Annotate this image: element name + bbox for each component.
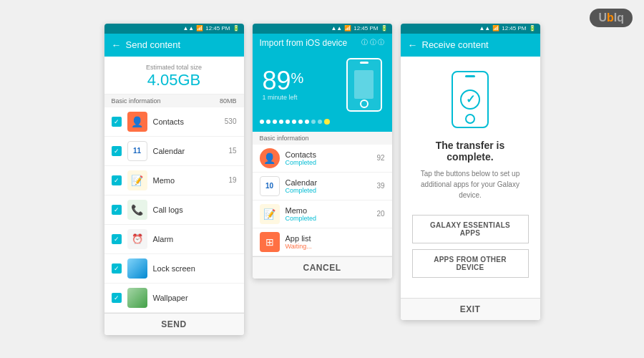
logo-text: UbIq [598, 11, 624, 24]
battery-icon-1: 🔋 [233, 25, 240, 32]
list-item-calllogs[interactable]: ✓ 📞 Call logs [104, 195, 244, 225]
import-info-applist: App list Waiting... [286, 234, 379, 250]
import-num-calendar: 39 [376, 182, 384, 190]
import-icon-applist: ⊞ [260, 232, 280, 252]
import-name-calendar: Calendar [286, 178, 371, 187]
battery-icon-2: 🔋 [381, 25, 388, 32]
import-item-memo: 📝 Memo Completed 20 [253, 200, 392, 228]
send-screen: ▲▲ 📶 12:45 PM 🔋 ← Send content Estimated… [104, 24, 244, 335]
send-button[interactable]: SEND [104, 313, 244, 335]
screens-container: ▲▲ 📶 12:45 PM 🔋 ← Send content Estimated… [90, 9, 555, 349]
section-size-1: 80MB [220, 97, 237, 105]
status-bar-1: ▲▲ 📶 12:45 PM 🔋 [104, 24, 244, 34]
screen1-title: Send content [126, 39, 181, 50]
transfer-graphic: ✓ [412, 71, 529, 128]
header-bar-2: Import from iOS device ⓘ ⓘ ⓘ [253, 34, 392, 52]
icon-calllogs: 📞 [127, 200, 147, 220]
checkbox-contacts[interactable]: ✓ [112, 117, 122, 127]
time-2: 12:45 PM [353, 25, 378, 32]
import-icon-calendar: 10 [260, 176, 280, 196]
time-left: 1 minute left [263, 94, 304, 101]
import-info-contacts: Contacts Completed [286, 150, 371, 166]
icon-wallpaper [127, 288, 147, 308]
checkbox-calendar[interactable]: ✓ [112, 146, 122, 156]
time-1: 12:45 PM [205, 25, 230, 32]
phone-teal-graphic: ✓ [452, 71, 489, 128]
info-icons: ⓘ ⓘ ⓘ [361, 38, 384, 47]
list-item-wallpaper[interactable]: ✓ Wallpaper [104, 284, 244, 313]
signal-icon-1: ▲▲ [182, 25, 194, 32]
battery-icon-3: 🔋 [529, 25, 536, 32]
import-status-applist: Waiting... [286, 243, 379, 250]
exit-button[interactable]: EXIT [401, 298, 540, 320]
label-contacts: Contacts [153, 117, 219, 126]
icon-lockscreen [127, 258, 147, 279]
screen2-title: Import from iOS device [260, 38, 348, 48]
import-status-contacts: Completed [286, 159, 371, 166]
icon-contacts: 👤 [127, 112, 147, 132]
import-name-applist: App list [286, 234, 379, 243]
label-memo: Memo [153, 176, 223, 185]
receive-content-area: ✓ The transfer is complete. Tap the butt… [401, 57, 540, 298]
checkbox-wallpaper[interactable]: ✓ [112, 293, 122, 303]
section-header-1: Basic information 80MB [104, 95, 244, 107]
wifi-icon-2: 📶 [344, 25, 351, 32]
import-section-header: Basic information [253, 132, 392, 145]
label-alarm: Alarm [153, 235, 231, 243]
list-item-contacts[interactable]: ✓ 👤 Contacts 530 [104, 107, 244, 137]
import-icon-contacts: 👤 [260, 148, 280, 168]
phone-graphic [346, 58, 382, 112]
checkmark-circle: ✓ [460, 90, 480, 110]
import-num-contacts: 92 [376, 154, 384, 162]
import-icon-memo: 📝 [260, 204, 280, 224]
back-arrow-3[interactable]: ← [408, 39, 418, 51]
status-bar-3: ▲▲ 📶 12:45 PM 🔋 [401, 24, 540, 34]
header-bar-3: ← Receive content [401, 34, 540, 57]
import-status-memo: Completed [286, 215, 371, 222]
dot-7 [298, 120, 303, 124]
label-calendar: Calendar [153, 147, 223, 155]
import-item-applist: ⊞ App list Waiting... [253, 228, 392, 256]
estimated-label: Estimated total size [104, 64, 244, 71]
dot-1 [260, 120, 264, 124]
list-item-memo[interactable]: ✓ 📝 Memo 19 [104, 166, 244, 195]
logo: UbIq [590, 9, 633, 27]
icon-memo: 📝 [127, 170, 147, 190]
label-lockscreen: Lock screen [153, 264, 231, 273]
transfer-complete-desc: Tap the buttons below to set up addition… [412, 168, 529, 200]
import-screen: ▲▲ 📶 12:45 PM 🔋 Import from iOS device ⓘ… [253, 24, 392, 279]
apps-other-device-button[interactable]: APPS FROM OTHER DEVICE [412, 249, 529, 278]
import-status-calendar: Completed [286, 187, 371, 194]
dot-8 [305, 120, 309, 124]
estimated-size-area: Estimated total size 4.05GB [104, 57, 244, 95]
import-info-calendar: Calendar Completed [286, 178, 371, 194]
receive-screen: ▲▲ 📶 12:45 PM 🔋 ← Receive content ✓ The … [401, 24, 540, 320]
back-arrow-1[interactable]: ← [112, 39, 122, 51]
signal-icon-2: ▲▲ [331, 25, 342, 32]
section-label-1: Basic information [112, 97, 161, 105]
checkbox-lockscreen[interactable]: ✓ [112, 263, 122, 274]
import-name-memo: Memo [286, 206, 371, 215]
count-memo: 19 [228, 176, 236, 184]
import-num-memo: 20 [376, 210, 384, 218]
list-item-calendar[interactable]: ✓ 11 Calendar 15 [104, 137, 244, 166]
header-bar-1: ← Send content [104, 34, 244, 57]
galaxy-essentials-button[interactable]: GALAXY ESSENTIALS APPS [412, 215, 529, 243]
label-calllogs: Call logs [153, 205, 231, 214]
cancel-button[interactable]: CANCEL [253, 256, 392, 279]
list-item-lockscreen[interactable]: ✓ Lock screen [104, 254, 244, 284]
wifi-icon-3: 📶 [492, 25, 499, 32]
dot-star [324, 119, 330, 125]
progress-area: 89 % 1 minute left [253, 52, 392, 115]
estimated-size: 4.05GB [104, 71, 244, 90]
checkbox-alarm[interactable]: ✓ [112, 234, 122, 244]
dot-2 [266, 120, 270, 124]
import-item-calendar: 10 Calendar Completed 39 [253, 173, 392, 200]
checkbox-memo[interactable]: ✓ [112, 175, 122, 185]
count-contacts: 530 [225, 117, 237, 125]
list-item-alarm[interactable]: ✓ ⏰ Alarm [104, 225, 244, 254]
screen3-title: Receive content [422, 39, 489, 50]
progress-left: 89 % 1 minute left [263, 68, 304, 101]
checkbox-calllogs[interactable]: ✓ [112, 205, 122, 215]
time-3: 12:45 PM [502, 25, 526, 32]
